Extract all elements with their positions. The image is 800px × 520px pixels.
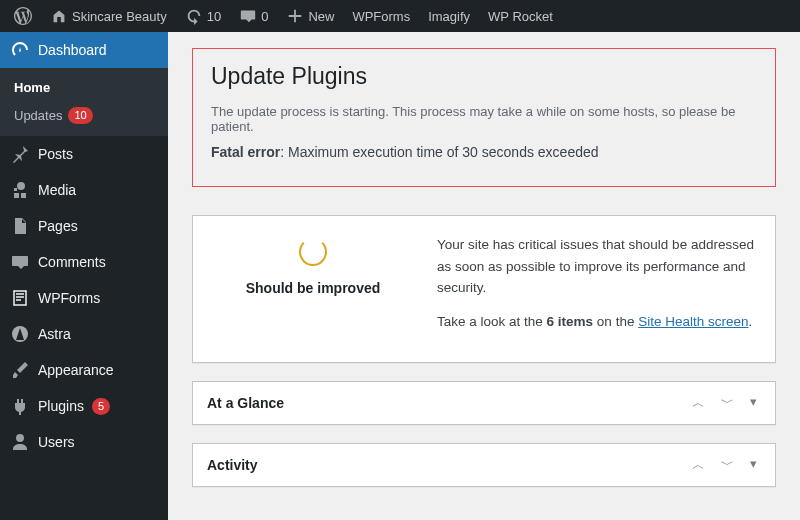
site-health-link[interactable]: Site Health screen [638,314,748,329]
user-icon [10,432,30,452]
at-a-glance-title: At a Glance [207,395,688,411]
media-icon [10,180,30,200]
menu-plugins[interactable]: Plugins 5 [0,388,168,424]
menu-posts[interactable]: Posts [0,136,168,172]
wp-logo[interactable] [6,0,40,32]
toggle-button[interactable]: ▾ [746,454,761,476]
fatal-error-text: Fatal error: Maximum execution time of 3… [211,144,757,160]
move-down-button[interactable]: ﹀ [717,392,738,414]
brush-icon [10,360,30,380]
submenu-updates[interactable]: Updates 10 [0,101,168,130]
updates-badge: 10 [68,107,92,124]
comments-count: 0 [261,9,268,24]
dashboard-submenu: Home Updates 10 [0,68,168,136]
toolbar-wpforms[interactable]: WPForms [344,0,418,32]
move-up-button[interactable]: ︿ [688,454,709,476]
health-message: Your site has critical issues that shoul… [437,234,755,299]
toggle-button[interactable]: ▾ [746,392,761,414]
plugins-badge: 5 [92,398,110,415]
comment-icon [10,252,30,272]
wordpress-icon [14,7,32,25]
astra-icon [10,324,30,344]
activity-panel: Activity ︿ ﹀ ▾ [192,443,776,487]
submenu-home[interactable]: Home [0,74,168,101]
menu-astra[interactable]: Astra [0,316,168,352]
updates-menu[interactable]: 10 [177,0,229,32]
menu-appearance[interactable]: Appearance [0,352,168,388]
move-down-button[interactable]: ﹀ [717,454,738,476]
move-up-button[interactable]: ︿ [688,392,709,414]
menu-wpforms[interactable]: WPForms [0,280,168,316]
menu-users[interactable]: Users [0,424,168,460]
site-menu[interactable]: Skincare Beauty [42,0,175,32]
update-starting-text: The update process is starting. This pro… [211,104,757,134]
comment-icon [239,7,257,25]
refresh-icon [185,7,203,25]
plugin-icon [10,396,30,416]
pin-icon [10,144,30,164]
menu-comments[interactable]: Comments [0,244,168,280]
dashboard-icon [10,40,30,60]
site-name: Skincare Beauty [72,9,167,24]
comments-menu[interactable]: 0 [231,0,276,32]
menu-pages[interactable]: Pages [0,208,168,244]
toolbar-imagify[interactable]: Imagify [420,0,478,32]
form-icon [10,288,30,308]
menu-dashboard[interactable]: Dashboard [0,32,168,68]
health-status-label: Should be improved [213,280,413,296]
activity-title: Activity [207,457,688,473]
home-icon [50,7,68,25]
page-icon [10,216,30,236]
admin-toolbar: Skincare Beauty 10 0 New WPForms Imagify… [0,0,800,32]
spinner-icon [299,238,327,266]
admin-sidebar: Dashboard Home Updates 10 Posts Media Pa… [0,32,168,520]
new-menu[interactable]: New [278,0,342,32]
health-cta: Take a look at the 6 items on the Site H… [437,311,755,333]
toolbar-wprocket[interactable]: WP Rocket [480,0,561,32]
update-error-box: Update Plugins The update process is sta… [192,48,776,187]
menu-media[interactable]: Media [0,172,168,208]
main-content: Update Plugins The update process is sta… [168,32,800,520]
plus-icon [286,7,304,25]
page-title: Update Plugins [211,63,757,90]
updates-count: 10 [207,9,221,24]
new-label: New [308,9,334,24]
at-a-glance-panel: At a Glance ︿ ﹀ ▾ [192,381,776,425]
site-health-panel: Should be improved Your site has critica… [192,215,776,363]
